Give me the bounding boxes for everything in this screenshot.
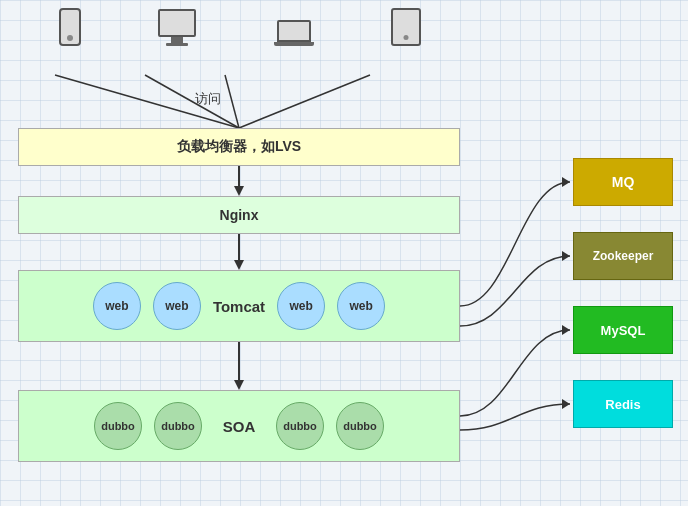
lvs-box: 负载均衡器，如LVS — [18, 128, 460, 166]
svg-marker-9 — [234, 380, 244, 390]
web-circle-3: web — [277, 282, 325, 330]
svg-marker-10 — [562, 177, 570, 187]
desktop-icon — [158, 9, 196, 46]
device-tablet — [391, 8, 421, 46]
desktop-base — [166, 43, 188, 46]
svg-marker-7 — [234, 260, 244, 270]
dubbo-circle-3: dubbo — [276, 402, 324, 450]
tomcat-center-label: Tomcat — [213, 298, 265, 315]
phone-icon — [59, 8, 81, 46]
svg-marker-5 — [234, 186, 244, 196]
dubbo-circle-1: dubbo — [94, 402, 142, 450]
nginx-label: Nginx — [220, 207, 259, 223]
dubbo-label-1: dubbo — [101, 420, 135, 432]
tomcat-box: web web Tomcat web web — [18, 270, 460, 342]
svg-line-2 — [225, 75, 239, 128]
soa-center-label: SOA — [214, 418, 264, 435]
diagram-container: 访问 负载均衡器，如LVS Nginx web web Tomcat web w… — [0, 0, 688, 506]
web-circle-2: web — [153, 282, 201, 330]
web-label-4: web — [349, 299, 372, 313]
tablet-icon — [391, 8, 421, 46]
redis-box: Redis — [573, 380, 673, 428]
web-label-3: web — [289, 299, 312, 313]
mq-box: MQ — [573, 158, 673, 206]
redis-label: Redis — [605, 397, 640, 412]
visit-label: 访问 — [195, 90, 221, 108]
svg-line-1 — [145, 75, 239, 128]
dubbo-label-3: dubbo — [283, 420, 317, 432]
dubbo-label-4: dubbo — [343, 420, 377, 432]
mysql-box: MySQL — [573, 306, 673, 354]
svg-marker-12 — [562, 325, 570, 335]
dubbo-label-2: dubbo — [161, 420, 195, 432]
zookeeper-box: Zookeeper — [573, 232, 673, 280]
laptop-icon — [274, 20, 314, 46]
dubbo-circle-2: dubbo — [154, 402, 202, 450]
web-circle-4: web — [337, 282, 385, 330]
desktop-screen — [158, 9, 196, 37]
device-laptop — [274, 20, 314, 46]
svg-line-3 — [239, 75, 370, 128]
mysql-label: MySQL — [601, 323, 646, 338]
lvs-label: 负载均衡器，如LVS — [177, 138, 301, 156]
laptop-screen — [277, 20, 311, 42]
web-label-1: web — [105, 299, 128, 313]
dubbo-circle-4: dubbo — [336, 402, 384, 450]
web-circle-1: web — [93, 282, 141, 330]
mq-label: MQ — [612, 174, 635, 190]
svg-marker-11 — [562, 251, 570, 261]
device-phone — [59, 8, 81, 46]
device-desktop — [158, 9, 196, 46]
zookeeper-label: Zookeeper — [593, 249, 654, 263]
laptop-base — [274, 42, 314, 46]
soa-box: dubbo dubbo SOA dubbo dubbo — [18, 390, 460, 462]
web-label-2: web — [165, 299, 188, 313]
svg-marker-13 — [562, 399, 570, 409]
nginx-box: Nginx — [18, 196, 460, 234]
devices-row — [20, 8, 460, 46]
